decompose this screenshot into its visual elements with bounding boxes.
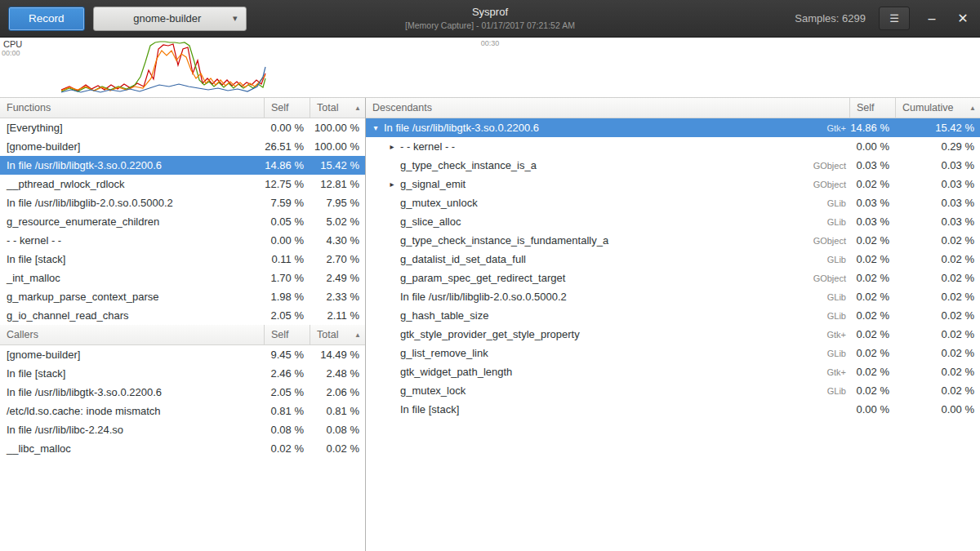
- minimize-button[interactable]: –: [923, 11, 941, 26]
- library-category: GLib: [774, 292, 849, 302]
- self-percent: 0.02 %: [849, 309, 895, 322]
- table-row[interactable]: In file /usr/lib/libglib-2.0.so.0.5000.2…: [0, 193, 365, 212]
- function-name: [gnome-builder]: [0, 140, 264, 153]
- total-percent: 2.49 %: [310, 272, 365, 284]
- library-category: GObject: [774, 273, 849, 283]
- cpu-timeline-graph[interactable]: CPU 00:00 00:30: [0, 38, 980, 98]
- library-category: GLib: [774, 349, 849, 358]
- function-name: [Everything]: [0, 122, 264, 134]
- function-name: - - kernel - -: [0, 234, 264, 247]
- right-pane: Descendants Self Cumulative ▲ ▾In file /…: [366, 98, 980, 551]
- table-row[interactable]: - - kernel - -0.00 %4.30 %: [0, 231, 365, 250]
- callers-column-header[interactable]: Callers: [0, 325, 264, 344]
- cumulative-percent: 0.02 %: [895, 234, 980, 247]
- table-row[interactable]: ▾In file /usr/lib/libgtk-3.so.0.2200.6Gt…: [366, 118, 980, 137]
- library-category: GLib: [774, 386, 849, 396]
- table-row[interactable]: In file /usr/lib/libglib-2.0.so.0.5000.2…: [366, 287, 980, 306]
- table-row[interactable]: In file [stack]2.46 %2.48 %: [0, 364, 365, 383]
- total-column-header[interactable]: Total ▲: [310, 98, 365, 118]
- self-column-header[interactable]: Self: [849, 98, 895, 118]
- sort-arrow-icon: ▲: [354, 104, 361, 112]
- table-row[interactable]: g_mutex_lockGLib0.02 %0.02 %: [366, 381, 980, 400]
- hamburger-icon: ☰: [889, 12, 899, 24]
- cumulative-percent: 0.02 %: [895, 366, 980, 378]
- function-name: gtk_widget_path_length: [399, 366, 774, 378]
- samples-count: Samples: 6299: [795, 12, 866, 24]
- main-content: Functions Self Total ▲ [Everything]0.00 …: [0, 98, 980, 551]
- function-name: g_param_spec_get_redirect_target: [399, 272, 774, 284]
- table-row[interactable]: g_list_remove_linkGLib0.02 %0.02 %: [366, 344, 980, 362]
- table-row[interactable]: In file [stack]0.11 %2.70 %: [0, 250, 365, 269]
- expander-collapsed-icon[interactable]: ▸: [385, 142, 399, 151]
- table-row[interactable]: g_mutex_unlockGLib0.03 %0.03 %: [366, 193, 980, 212]
- total-column-header[interactable]: Total ▲: [310, 325, 365, 344]
- self-column-header[interactable]: Self: [264, 98, 310, 118]
- descendants-column-header[interactable]: Descendants: [366, 98, 849, 118]
- table-row[interactable]: g_io_channel_read_chars2.05 %2.11 %: [0, 306, 365, 325]
- self-percent: 0.03 %: [849, 197, 895, 209]
- table-row[interactable]: In file /usr/lib/libgtk-3.so.0.2200.62.0…: [0, 383, 365, 402]
- cumulative-percent: 0.03 %: [895, 197, 980, 209]
- expander-collapsed-icon[interactable]: ▸: [385, 180, 399, 189]
- table-row[interactable]: __libc_malloc0.02 %0.02 %: [0, 439, 365, 458]
- table-row[interactable]: g_type_check_instance_is_fundamentally_a…: [366, 231, 980, 250]
- table-row[interactable]: [gnome-builder]9.45 %14.49 %: [0, 345, 365, 364]
- table-row[interactable]: /etc/ld.so.cache: inode mismatch0.81 %0.…: [0, 402, 365, 420]
- function-name: In file /usr/lib/libglib-2.0.so.0.5000.2: [399, 291, 774, 303]
- function-name: g_type_check_instance_is_a: [399, 159, 774, 171]
- function-name: g_hash_table_size: [399, 309, 774, 322]
- total-percent: 2.11 %: [310, 309, 365, 322]
- chevron-down-icon: ▾: [233, 13, 238, 24]
- total-percent: 2.70 %: [310, 253, 365, 265]
- self-percent: 12.75 %: [264, 178, 310, 190]
- close-button[interactable]: ✕: [954, 11, 972, 26]
- self-percent: 0.02 %: [849, 366, 895, 378]
- table-row[interactable]: g_markup_parse_context_parse1.98 %2.33 %: [0, 287, 365, 306]
- functions-column-header[interactable]: Functions: [0, 98, 264, 118]
- self-column-header[interactable]: Self: [264, 325, 310, 344]
- table-row[interactable]: __pthread_rwlock_rdlock12.75 %12.81 %: [0, 175, 365, 193]
- self-percent: 0.81 %: [264, 405, 310, 417]
- function-name: g_signal_emit: [399, 178, 774, 190]
- function-name: g_type_check_instance_is_fundamentally_a: [399, 234, 774, 247]
- library-category: Gtk+: [774, 330, 849, 340]
- cpu-line-red: [61, 44, 265, 91]
- total-percent: 0.81 %: [310, 405, 365, 417]
- left-pane: Functions Self Total ▲ [Everything]0.00 …: [0, 98, 366, 551]
- table-row[interactable]: ▸g_signal_emitGObject0.02 %0.03 %: [366, 175, 980, 193]
- cumulative-column-header[interactable]: Cumulative ▲: [895, 98, 980, 118]
- function-name: [gnome-builder]: [0, 349, 264, 361]
- library-category: GLib: [774, 255, 849, 264]
- table-row[interactable]: In file /usr/lib/libc-2.24.so0.08 %0.08 …: [0, 420, 365, 439]
- table-row[interactable]: g_resource_enumerate_children0.05 %5.02 …: [0, 212, 365, 231]
- library-category: GObject: [774, 180, 849, 189]
- table-row[interactable]: _int_malloc1.70 %2.49 %: [0, 269, 365, 287]
- self-percent: 2.46 %: [264, 367, 310, 380]
- expander-expanded-icon[interactable]: ▾: [369, 123, 382, 132]
- record-button[interactable]: Record: [8, 7, 85, 31]
- table-row[interactable]: In file /usr/lib/libgtk-3.so.0.2200.614.…: [0, 156, 365, 175]
- table-row[interactable]: gtk_style_provider_get_style_propertyGtk…: [366, 325, 980, 344]
- table-row[interactable]: g_slice_allocGLib0.03 %0.03 %: [366, 212, 980, 231]
- hamburger-menu-button[interactable]: ☰: [879, 7, 910, 30]
- process-selector-dropdown[interactable]: gnome-builder ▾: [93, 7, 247, 31]
- table-row[interactable]: gtk_widget_path_lengthGtk+0.02 %0.02 %: [366, 362, 980, 381]
- table-row[interactable]: g_param_spec_get_redirect_targetGObject0…: [366, 269, 980, 287]
- self-percent: 0.05 %: [264, 216, 310, 228]
- total-percent: 2.48 %: [310, 367, 365, 380]
- headerbar: Record gnome-builder ▾ Sysprof [Memory C…: [0, 0, 980, 38]
- table-row[interactable]: [Everything]0.00 %100.00 %: [0, 118, 365, 137]
- table-row[interactable]: g_hash_table_sizeGLib0.02 %0.02 %: [366, 306, 980, 325]
- function-name: __libc_malloc: [0, 442, 264, 455]
- self-percent: 0.00 %: [264, 234, 310, 247]
- table-row[interactable]: g_type_check_instance_is_aGObject0.03 %0…: [366, 156, 980, 175]
- table-row[interactable]: In file [stack]0.00 %0.00 %: [366, 400, 980, 419]
- total-percent: 100.00 %: [310, 140, 365, 153]
- table-row[interactable]: [gnome-builder]26.51 %100.00 %: [0, 137, 365, 156]
- sort-arrow-icon: ▲: [354, 331, 361, 339]
- table-row[interactable]: g_datalist_id_set_data_fullGLib0.02 %0.0…: [366, 250, 980, 269]
- self-percent: 0.02 %: [849, 328, 895, 340]
- table-row[interactable]: ▸- - kernel - -0.00 %0.29 %: [366, 137, 980, 156]
- cpu-line-orange: [61, 51, 265, 91]
- cumulative-percent: 0.29 %: [895, 140, 980, 153]
